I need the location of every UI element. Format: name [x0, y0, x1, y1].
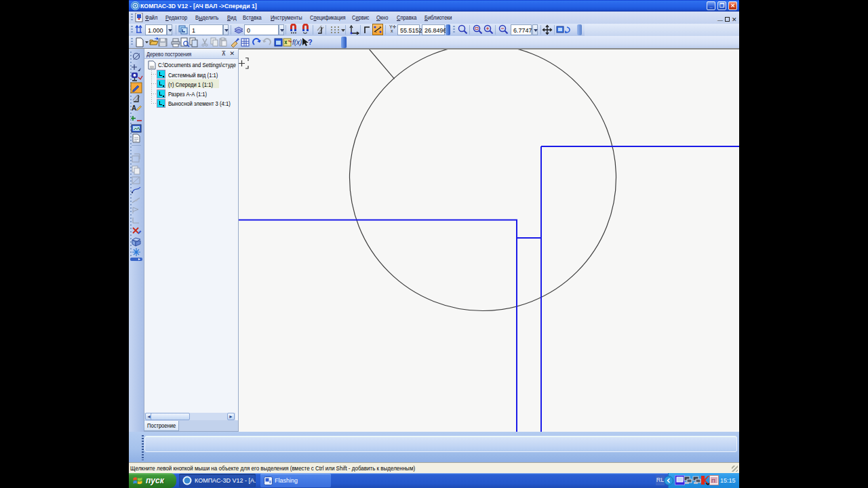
svg-text:?: ? — [308, 38, 313, 46]
svg-text:П: П — [711, 478, 715, 484]
svg-text:f(x): f(x) — [292, 39, 302, 46]
svg-text:А: А — [132, 104, 136, 112]
